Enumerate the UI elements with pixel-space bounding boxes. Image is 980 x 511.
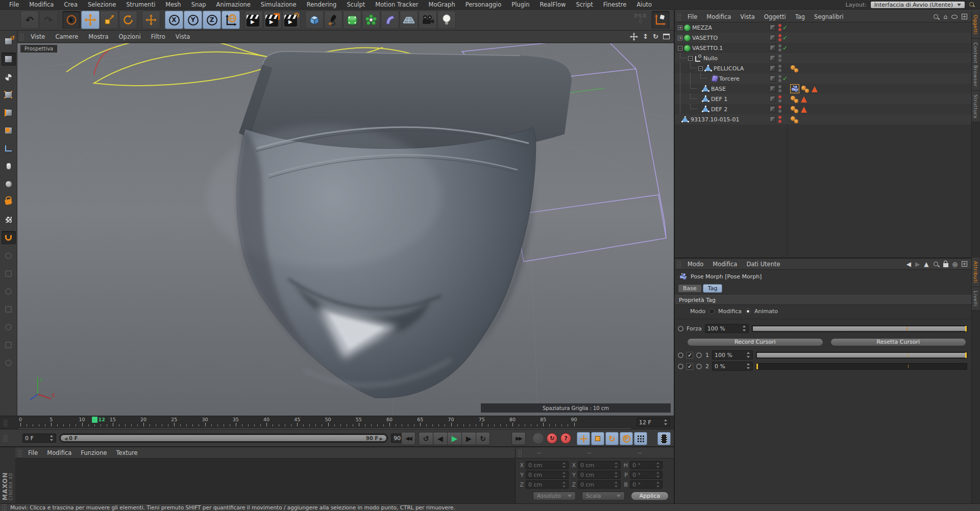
parent-up-icon[interactable]: ▲ xyxy=(924,261,928,267)
keyframe-circle-icon[interactable] xyxy=(696,352,702,358)
render-visibility-dot[interactable] xyxy=(778,59,781,62)
last-tool-move-button[interactable] xyxy=(142,11,160,29)
points-mode-button[interactable] xyxy=(2,88,16,101)
menu-plugin[interactable]: Plugin xyxy=(506,1,534,9)
snap-edge-button[interactable] xyxy=(2,285,16,298)
snap-guide-button[interactable] xyxy=(2,356,16,369)
key-rotation-button[interactable]: ↻ xyxy=(605,432,619,445)
coord-field-h[interactable]: 0 ° xyxy=(630,461,663,469)
menu-dati-utente[interactable]: Dati Utente xyxy=(742,260,785,268)
menu-oggetti[interactable]: Oggetti xyxy=(760,13,791,21)
lock-z-axis-button[interactable]: Z xyxy=(203,11,221,29)
next-frame-button[interactable]: ▶ xyxy=(461,432,476,445)
layer-swatch[interactable] xyxy=(770,35,776,41)
search-icon[interactable] xyxy=(969,2,975,8)
home-icon[interactable]: ⌂ xyxy=(943,14,947,20)
render-visibility-dot[interactable] xyxy=(778,99,781,103)
stepper-icon[interactable] xyxy=(656,481,660,488)
coord-field-x[interactable]: 0 cm xyxy=(578,461,621,469)
menu-crea[interactable]: Crea xyxy=(59,1,83,9)
menu-simulazione[interactable]: Simulazione xyxy=(256,1,302,9)
layer-swatch[interactable] xyxy=(770,45,776,51)
object-row-vasetto[interactable]: +VASETTO✓ xyxy=(675,33,971,43)
key-scale-button[interactable] xyxy=(591,432,604,445)
panel-grip-icon[interactable] xyxy=(3,435,7,442)
coord-field-y[interactable]: 0 cm xyxy=(578,471,621,479)
snap-axis-button[interactable] xyxy=(2,320,16,334)
editor-visibility-dot[interactable] xyxy=(778,95,781,98)
tag-properties-section-header[interactable]: Proprietà Tag xyxy=(675,295,971,305)
lock-y-axis-button[interactable]: Y xyxy=(184,11,202,29)
key-parameter-button[interactable]: P xyxy=(620,432,633,445)
menu-file[interactable]: File xyxy=(683,13,702,21)
posemorph-selected-tag[interactable] xyxy=(790,84,799,93)
key-position-button[interactable] xyxy=(577,432,590,445)
stepper-icon[interactable] xyxy=(664,419,668,425)
coord-field-b[interactable]: 0 ° xyxy=(630,480,663,489)
cloner-button[interactable] xyxy=(362,11,380,29)
morph-2-slider[interactable] xyxy=(756,363,967,370)
rotate-tool-button[interactable] xyxy=(119,11,137,29)
side-tab-oggetti[interactable]: Oggetti xyxy=(972,11,979,39)
coordinate-mode-select[interactable]: Assoluto xyxy=(533,492,576,500)
menu-mostra[interactable]: Mostra xyxy=(83,33,113,41)
menu-opzioni[interactable]: Opzioni xyxy=(114,33,146,41)
snap-grid-button[interactable] xyxy=(2,338,16,351)
panel-divider[interactable] xyxy=(0,447,675,447)
object-row-93137-10-015-01[interactable]: 93137.10-015-01 xyxy=(675,114,971,124)
stepper-icon[interactable] xyxy=(562,472,566,478)
expand-toggle[interactable]: + xyxy=(678,36,682,40)
open-timeline-button[interactable] xyxy=(657,432,671,445)
frame-range-slider[interactable]: ◀ 0 F90 F ▶ xyxy=(59,433,388,443)
stepper-icon[interactable] xyxy=(562,481,566,488)
object-row-pellicola[interactable]: –PELLICOLA xyxy=(675,63,971,73)
menu-modifica[interactable]: Modifica xyxy=(708,260,742,268)
psr-reset-button[interactable]: PSR0 xyxy=(632,11,649,28)
menu-camere[interactable]: Camere xyxy=(50,33,83,41)
enable-snap-button[interactable] xyxy=(2,231,16,244)
side-tab-livelli[interactable]: Livelli xyxy=(972,287,979,311)
panel-grip-icon[interactable] xyxy=(3,419,7,426)
add-panel-icon[interactable]: + xyxy=(962,261,967,267)
add-primitive-cube-button[interactable] xyxy=(305,11,324,29)
keyframe-selection-button[interactable]: ? xyxy=(560,433,571,444)
history-back-icon[interactable]: ◀ xyxy=(906,261,911,267)
phong-tag[interactable] xyxy=(790,105,799,114)
key-point-level-button[interactable] xyxy=(634,432,647,445)
object-row-torcere[interactable]: Torcere✓ xyxy=(675,73,971,84)
camera-button[interactable] xyxy=(419,11,437,29)
keyframe-circle-icon[interactable] xyxy=(696,364,702,369)
render-visibility-dot[interactable] xyxy=(778,38,781,41)
stepper-icon[interactable] xyxy=(50,435,54,441)
menu-vista[interactable]: Vista xyxy=(736,13,759,21)
coordinate-system-button[interactable] xyxy=(222,11,240,29)
record-keyframe-button[interactable] xyxy=(533,433,544,444)
triangle-tag[interactable] xyxy=(800,105,808,114)
collapse-toggle[interactable]: – xyxy=(688,56,693,61)
target-icon[interactable]: ◎ xyxy=(952,261,958,267)
range-start-field[interactable]: 0 F xyxy=(22,433,56,443)
play-loop-button[interactable]: ↻ xyxy=(476,432,490,445)
menu-file[interactable]: File xyxy=(23,449,42,457)
menu-funzione[interactable]: Funzione xyxy=(76,449,111,457)
coord-field-y[interactable]: 0 cm xyxy=(526,471,569,479)
stepper-icon[interactable] xyxy=(747,363,750,369)
collapse-toggle[interactable]: – xyxy=(678,46,682,50)
viewport-canvas[interactable]: Y X Prospettiva Spaziatura Griglia : 10 … xyxy=(17,43,674,415)
editor-visibility-dot[interactable] xyxy=(778,65,781,68)
lock-x-axis-button[interactable]: X xyxy=(165,11,183,29)
enabled-check-icon[interactable]: ✓ xyxy=(782,75,788,82)
panel-grip-icon[interactable] xyxy=(518,449,522,456)
toggle-views-icon[interactable] xyxy=(663,34,670,39)
layout-select[interactable]: Interfaccia di Avvio (Utente) xyxy=(870,1,965,9)
stepper-icon[interactable] xyxy=(656,472,660,478)
object-row-vasetto-1[interactable]: –VASETTO.1✓ xyxy=(675,43,971,53)
tab-base[interactable]: Base xyxy=(678,284,702,293)
strength-value-field[interactable]: 100 % xyxy=(705,324,749,333)
light-button[interactable] xyxy=(437,11,456,29)
previous-frame-button[interactable]: ◀ xyxy=(433,432,447,445)
workplane-mode-button[interactable] xyxy=(2,142,16,155)
object-row-def-2[interactable]: DEF 2 xyxy=(675,104,971,114)
editor-visibility-dot[interactable] xyxy=(778,106,781,109)
make-editable-button[interactable] xyxy=(2,35,16,48)
